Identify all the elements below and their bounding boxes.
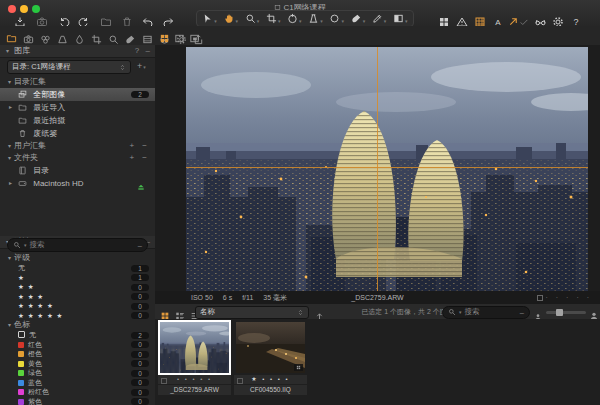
search-placeholder: 搜索: [465, 307, 520, 317]
filter-color-yellow[interactable]: 黄色0: [0, 359, 155, 369]
browser-toolbar: 名称 已选定 1 个图像，共 2 个图像 ▾ 搜索 –: [155, 304, 600, 320]
main-image[interactable]: [186, 47, 588, 291]
section-user-collections[interactable]: ▾用户汇集 + −: [0, 140, 155, 152]
color-tag-square[interactable]: [537, 295, 543, 301]
color-swatch-none: [18, 331, 25, 338]
loupe-tool[interactable]: ▾: [245, 13, 260, 24]
library-panel-title: 图库: [14, 46, 30, 55]
heal-brush-tool[interactable]: ▾: [351, 13, 366, 24]
panel-help-button[interactable]: ?: [135, 46, 139, 55]
sidebar-item-macintosh-hd[interactable]: ▸ Macintosh HD: [0, 177, 155, 190]
filter-rating-1[interactable]: ★1: [0, 273, 155, 283]
sidebar-item-recent-imports[interactable]: ▸ 最近导入: [0, 101, 155, 114]
color-swatch-blue: [18, 380, 24, 386]
section-rating[interactable]: ▾评级: [0, 253, 155, 263]
filter-rating-3[interactable]: ★ ★ ★0: [0, 292, 155, 302]
color-swatch-orange: [18, 351, 24, 357]
sidebar-item-catalog-folder[interactable]: 目录: [0, 164, 155, 177]
title-toolbar: C1网络课程 ▾ ▾ ▾ ▾ ▾ ▾ ▾ ▾ ▾ ▾: [0, 0, 600, 27]
thumbnail-browser: • • • • • _DSC2759.ARW ★ • • • • CF00455…: [155, 319, 600, 405]
color-swatch-red: [18, 342, 24, 348]
add-collection-button[interactable]: +▾: [137, 61, 146, 71]
filter-color-none[interactable]: 无2: [0, 330, 155, 340]
sort-by-dropdown[interactable]: 名称: [195, 306, 309, 319]
library-panel-header[interactable]: ▾ 图库 ? –: [0, 45, 155, 58]
spot-removal-tool[interactable]: ▾: [329, 13, 344, 24]
pan-hand-tool[interactable]: ▾: [224, 13, 239, 24]
section-folders[interactable]: ▾文件夹 + −: [0, 152, 155, 164]
thumbnail-filename-1: _DSC2759.ARW: [158, 385, 231, 395]
draw-mask-pen-tool[interactable]: ▾: [372, 13, 387, 24]
straighten-tool[interactable]: ▾: [287, 13, 302, 24]
cursor-tools-group: ▾ ▾ ▾ ▾ ▾ ▾ ▾ ▾ ▾ ▾: [196, 10, 414, 27]
search-placeholder: 搜索: [30, 240, 138, 250]
thumbnail-rating-row-1[interactable]: • • • • •: [158, 375, 231, 384]
color-swatch-purple: [18, 399, 24, 405]
filter-color-green[interactable]: 绿色0: [0, 368, 155, 378]
panel-collapse-button[interactable]: –: [146, 46, 150, 55]
thumbnail-image-1[interactable]: [160, 322, 229, 373]
thumbnail-size-slider[interactable]: [546, 311, 586, 314]
keystone-tool[interactable]: ▾: [308, 13, 323, 24]
eject-icon[interactable]: [137, 180, 149, 193]
color-swatch-pink: [18, 389, 24, 395]
filter-color-orange[interactable]: 橙色0: [0, 349, 155, 359]
thumbnail-cell-1[interactable]: • • • • • _DSC2759.ARW: [158, 322, 231, 395]
viewer-filename: _DSC2759.ARW: [155, 291, 600, 304]
disclosure-icon[interactable]: ▸: [9, 101, 12, 114]
user-collections-add-remove[interactable]: + −: [129, 140, 150, 152]
horizontal-guide-line[interactable]: [186, 167, 588, 168]
filter-rating-4[interactable]: ★ ★ ★ ★0: [0, 301, 155, 311]
filter-color-purple[interactable]: 紫色0: [0, 397, 155, 405]
filter-search-field[interactable]: ▾ 搜索 –: [7, 238, 148, 252]
filter-color-blue[interactable]: 蓝色0: [0, 378, 155, 388]
thumbnail-size-handle[interactable]: [556, 309, 563, 316]
sidebar-item-recent-captures[interactable]: 最近拍摄: [0, 114, 155, 127]
filter-rating-5[interactable]: ★ ★ ★ ★ ★0: [0, 311, 155, 321]
section-catalog-collections[interactable]: ▾目录汇集: [0, 76, 155, 88]
thumbnail-image-2[interactable]: [236, 322, 305, 373]
collapse-chevron-icon: ▾: [6, 48, 9, 54]
folders-add-remove[interactable]: + −: [129, 152, 150, 164]
crop-tool[interactable]: ▾: [266, 13, 281, 24]
sidebar-item-trash[interactable]: 废纸篓: [0, 127, 155, 140]
cityscape-thumbnail: [160, 322, 229, 373]
thumbnail-cell-2[interactable]: ★ • • • • CF004550.IIQ: [234, 322, 307, 395]
image-viewer: ISO 50 6 s f/11 35 毫米 _DSC2759.ARW · · ·…: [155, 45, 600, 304]
gradient-mask-tool[interactable]: ▾: [393, 13, 408, 24]
color-swatch-green: [18, 370, 24, 376]
secondary-toolbar: 隐藏栅格和参考线: [0, 26, 600, 46]
all-images-count: 2: [131, 91, 149, 98]
color-tag-square[interactable]: [161, 378, 167, 384]
filter-rating-2[interactable]: ★ ★0: [0, 282, 155, 292]
catalog-selector[interactable]: 目录: C1网络课程: [7, 60, 131, 74]
thumbnail-rating-row-2[interactable]: ★ • • • •: [234, 375, 307, 384]
viewer-rating[interactable]: · · · · ·: [537, 291, 592, 304]
clear-search-icon[interactable]: –: [138, 241, 142, 250]
disclosure-icon[interactable]: ▸: [9, 177, 12, 190]
section-color-tags[interactable]: ▾色标: [0, 320, 155, 330]
cityscape-photo: [186, 47, 588, 291]
vertical-guide-line[interactable]: [377, 47, 378, 291]
library-sidebar: ▾ 图库 ? – 目录: C1网络课程 +▾ ▾目录汇集 全部图像 2 ▸ 最近…: [0, 45, 156, 405]
color-swatch-yellow: [18, 361, 24, 367]
variant-badge-icon: [294, 364, 303, 371]
clear-search-icon[interactable]: –: [520, 308, 524, 317]
thumbnail-filename-2: CF004550.IIQ: [234, 385, 307, 395]
filter-color-red[interactable]: 红色0: [0, 340, 155, 350]
viewer-info-bar: ISO 50 6 s f/11 35 毫米 _DSC2759.ARW · · ·…: [155, 291, 600, 304]
filter-rating-none[interactable]: 无1: [0, 263, 155, 273]
capture-one-window: A ?: [0, 0, 600, 405]
filter-color-pink[interactable]: 粉红色0: [0, 387, 155, 397]
color-tag-square[interactable]: [237, 378, 243, 384]
browser-search-field[interactable]: ▾ 搜索 –: [442, 306, 530, 319]
sidebar-item-all-images[interactable]: 全部图像 2: [0, 88, 155, 101]
select-cursor-tool[interactable]: ▾: [202, 13, 217, 24]
